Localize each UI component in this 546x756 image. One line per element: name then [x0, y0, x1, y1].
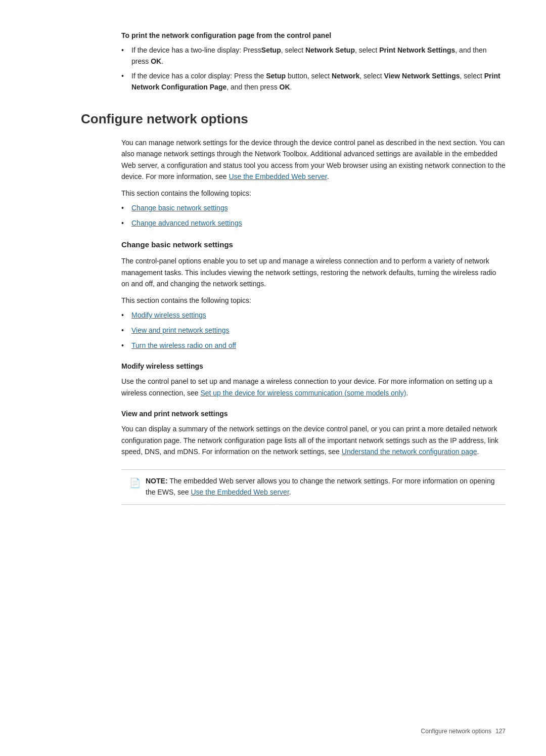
change-basic-topics-intro: This section contains the following topi…	[121, 295, 506, 306]
note-icon: 📄	[129, 476, 141, 490]
change-basic-link[interactable]: Change basic network settings	[131, 204, 228, 212]
change-basic-paragraph: The control-panel options enable you to …	[121, 255, 506, 289]
intro-title: To print the network configuration page …	[121, 30, 506, 41]
modify-wireless-paragraph: Use the control panel to set up and mana…	[121, 376, 506, 398]
note-box: 📄 NOTE: The embedded Web server allows y…	[121, 469, 506, 504]
change-advanced-link[interactable]: Change advanced network settings	[131, 219, 242, 227]
change-basic-topic-item-3: Turn the wireless radio on and off	[121, 340, 506, 351]
note-text: NOTE: The embedded Web server allows you…	[146, 476, 497, 498]
main-topic-item-2: Change advanced network settings	[121, 218, 506, 229]
view-print-link[interactable]: View and print network settings	[131, 326, 230, 334]
note-end: .	[289, 488, 291, 496]
wireless-radio-link[interactable]: Turn the wireless radio on and off	[131, 341, 236, 349]
view-print-paragraph: You can display a summary of the network…	[121, 423, 506, 457]
intro-paragraph: You can manage network settings for the …	[121, 137, 506, 183]
intro-bullet-1: If the device has a two-line display: Pr…	[121, 45, 506, 67]
modify-wireless-end: .	[406, 389, 408, 397]
footer: Configure network options 127	[421, 727, 506, 736]
setup-device-wireless-link[interactable]: Set up the device for wireless communica…	[200, 389, 406, 397]
ews-link[interactable]: Use the Embedded Web server	[191, 488, 289, 496]
change-basic-topic-item-2: View and print network settings	[121, 325, 506, 336]
view-print-heading: View and print network settings	[121, 409, 506, 419]
modify-wireless-heading: Modify wireless settings	[121, 361, 506, 372]
main-section-heading: Configure network options	[81, 109, 506, 129]
page: To print the network configuration page …	[0, 0, 546, 756]
embedded-web-server-link-1[interactable]: Use the Embedded Web server	[229, 172, 327, 181]
intro-bullet-2: If the device has a color display: Press…	[121, 71, 506, 93]
change-basic-topics-list: Modify wireless settings View and print …	[121, 310, 506, 351]
footer-page-number: 127	[495, 727, 506, 736]
change-basic-heading: Change basic network settings	[121, 239, 506, 251]
modify-wireless-link[interactable]: Modify wireless settings	[131, 311, 206, 319]
section-body: You can manage network settings for the …	[81, 137, 506, 505]
change-basic-topic-item-1: Modify wireless settings	[121, 310, 506, 321]
footer-text: Configure network options	[421, 727, 491, 736]
intro-bullet-list: If the device has a two-line display: Pr…	[121, 45, 506, 93]
main-topics-intro: This section contains the following topi…	[121, 188, 506, 199]
main-topic-item-1: Change basic network settings	[121, 203, 506, 214]
note-label: NOTE:	[146, 477, 168, 485]
main-topics-list: Change basic network settings Change adv…	[121, 203, 506, 229]
view-print-end: .	[477, 448, 479, 456]
understand-network-link[interactable]: Understand the network configuration pag…	[342, 448, 477, 456]
intro-paragraph-end: .	[327, 172, 329, 181]
intro-section: To print the network configuration page …	[81, 30, 506, 93]
